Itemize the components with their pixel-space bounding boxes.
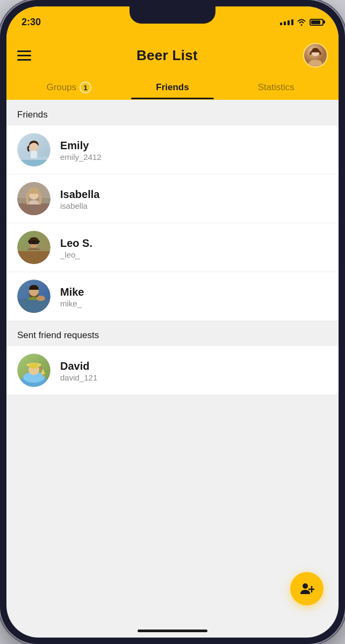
avatar-david	[17, 354, 51, 387]
list-item[interactable]: Mike mike_	[6, 272, 339, 320]
svg-point-31	[40, 367, 42, 369]
battery-icon	[310, 19, 324, 26]
tab-statistics-label: Statistics	[258, 82, 294, 93]
header-row: Beer List	[17, 39, 328, 76]
avatar-mike	[17, 280, 51, 313]
groups-badge: 1	[80, 82, 91, 93]
tabs-row: Groups 1 Friends Statistics	[17, 76, 328, 100]
status-icons	[280, 18, 324, 26]
tab-groups-label: Groups	[46, 82, 76, 93]
list-item[interactable]: Emily emily_2412	[6, 126, 339, 174]
person-info-isabella: Isabella isabella	[60, 187, 99, 210]
person-info-emily: Emily emily_2412	[60, 138, 102, 162]
profile-avatar-image	[304, 44, 327, 67]
person-name: David	[60, 359, 97, 373]
person-username: david_121	[60, 373, 97, 382]
hamburger-menu[interactable]	[17, 50, 31, 61]
notch	[130, 6, 215, 24]
svg-point-6	[30, 143, 38, 151]
main-content: Friends	[6, 100, 339, 470]
person-name: Leo S.	[60, 236, 92, 250]
person-username: mike_	[60, 299, 84, 308]
phone-screen: 2:30	[6, 6, 339, 638]
person-username: emily_2412	[60, 152, 102, 162]
phone-frame: 2:30	[0, 0, 345, 644]
tab-statistics[interactable]: Statistics	[224, 77, 328, 99]
svg-point-32	[303, 583, 308, 589]
bottom-spacer	[6, 394, 339, 470]
person-username: _leo_	[60, 250, 92, 259]
list-item[interactable]: Isabella isabella	[6, 174, 339, 223]
tab-friends-label: Friends	[156, 82, 189, 93]
avatar-isabella	[17, 182, 51, 215]
svg-point-29	[30, 363, 38, 369]
svg-rect-5	[17, 160, 51, 166]
svg-rect-10	[17, 203, 51, 215]
signal-icon	[280, 19, 293, 25]
avatar-emily	[17, 133, 51, 166]
profile-avatar[interactable]	[303, 43, 328, 68]
add-person-icon	[299, 581, 314, 596]
add-friend-fab[interactable]	[290, 572, 324, 605]
friends-section-header: Friends	[6, 100, 339, 126]
svg-rect-30	[42, 374, 44, 377]
status-time: 2:30	[21, 17, 41, 28]
person-name: Emily	[60, 138, 102, 152]
sent-requests-list: David david_121	[6, 346, 339, 394]
person-info-leo: Leo S. _leo_	[60, 236, 92, 259]
person-info-david: David david_121	[60, 359, 97, 382]
friends-list: Emily emily_2412	[6, 126, 339, 320]
svg-rect-20	[17, 299, 51, 313]
person-name: Mike	[60, 285, 84, 299]
list-item[interactable]: David david_121	[6, 346, 339, 394]
avatar-leo	[17, 231, 51, 264]
person-info-mike: Mike mike_	[60, 285, 84, 308]
svg-rect-7	[31, 151, 37, 158]
svg-rect-13	[17, 251, 51, 264]
person-name: Isabella	[60, 187, 99, 201]
wifi-icon	[297, 18, 306, 26]
list-item[interactable]: Leo S. _leo_	[6, 223, 339, 272]
home-indicator[interactable]	[138, 630, 207, 632]
app-title: Beer List	[136, 47, 198, 64]
svg-point-23	[37, 296, 45, 301]
tab-friends[interactable]: Friends	[121, 77, 225, 99]
tab-groups[interactable]: Groups 1	[17, 76, 121, 100]
person-username: isabella	[60, 201, 99, 210]
sent-requests-section-header: Sent friend requests	[6, 320, 339, 346]
svg-rect-18	[28, 240, 40, 243]
app-header: Beer List	[6, 33, 339, 100]
